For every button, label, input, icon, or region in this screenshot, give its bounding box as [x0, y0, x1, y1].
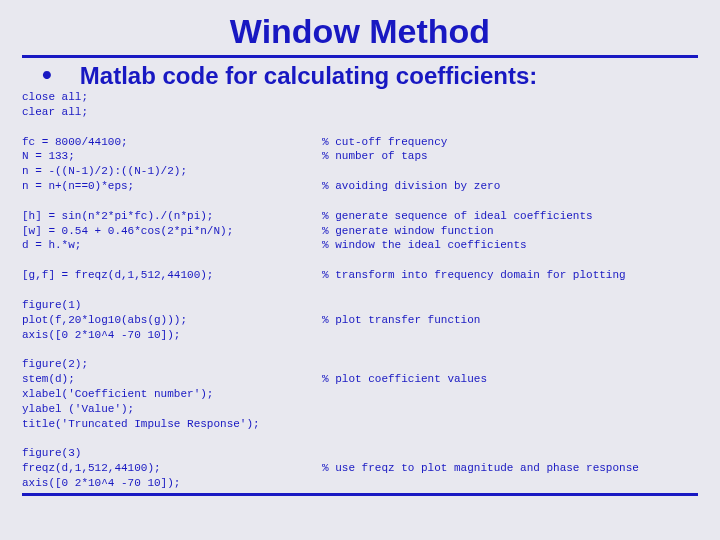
bottom-rule	[22, 493, 698, 496]
code-line: xlabel('Coefficient number');	[22, 387, 698, 402]
code-left: ylabel ('Value');	[22, 402, 322, 417]
code-left: stem(d);	[22, 372, 322, 387]
code-comment	[322, 417, 698, 432]
code-line: clear all;	[22, 105, 698, 120]
code-left: plot(f,20*log10(abs(g)));	[22, 313, 322, 328]
code-line: fc = 8000/44100;% cut-off frequency	[22, 135, 698, 150]
code-line: [w] = 0.54 + 0.46*cos(2*pi*n/N);% genera…	[22, 224, 698, 239]
code-line: close all;	[22, 90, 698, 105]
code-left	[22, 253, 322, 268]
code-left: [w] = 0.54 + 0.46*cos(2*pi*n/N);	[22, 224, 322, 239]
code-comment	[322, 446, 698, 461]
code-line: figure(2);	[22, 357, 698, 372]
code-comment	[322, 298, 698, 313]
code-left: freqz(d,1,512,44100);	[22, 461, 322, 476]
code-line: [g,f] = freqz(d,1,512,44100);% transform…	[22, 268, 698, 283]
code-left: figure(2);	[22, 357, 322, 372]
code-comment	[322, 431, 698, 446]
code-comment: % generate window function	[322, 224, 698, 239]
subtitle-text: Matlab code for calculating coefficients…	[80, 62, 537, 90]
code-comment	[322, 328, 698, 343]
code-line: [h] = sin(n*2*pi*fc)./(n*pi);% generate …	[22, 209, 698, 224]
code-comment	[322, 120, 698, 135]
code-line	[22, 342, 698, 357]
code-comment: % plot transfer function	[322, 313, 698, 328]
code-comment	[322, 402, 698, 417]
code-comment: % number of taps	[322, 149, 698, 164]
bullet-icon: •	[42, 63, 52, 87]
code-line: stem(d);% plot coefficient values	[22, 372, 698, 387]
code-line: n = -((N-1)/2):((N-1)/2);	[22, 164, 698, 179]
code-line: axis([0 2*10^4 -70 10]);	[22, 476, 698, 491]
slide-title: Window Method	[22, 12, 698, 51]
code-comment: % use freqz to plot magnitude and phase …	[322, 461, 698, 476]
code-left: clear all;	[22, 105, 322, 120]
code-left	[22, 431, 322, 446]
code-comment: % plot coefficient values	[322, 372, 698, 387]
code-left	[22, 342, 322, 357]
code-left: axis([0 2*10^4 -70 10]);	[22, 476, 322, 491]
title-rule	[22, 55, 698, 58]
code-comment	[322, 476, 698, 491]
code-comment	[322, 387, 698, 402]
code-left: d = h.*w;	[22, 238, 322, 253]
code-comment	[322, 342, 698, 357]
code-left	[22, 283, 322, 298]
code-line	[22, 120, 698, 135]
code-line	[22, 283, 698, 298]
code-line: d = h.*w;% window the ideal coefficients	[22, 238, 698, 253]
code-comment	[322, 90, 698, 105]
code-comment: % generate sequence of ideal coefficient…	[322, 209, 698, 224]
code-line: plot(f,20*log10(abs(g)));% plot transfer…	[22, 313, 698, 328]
code-line: title('Truncated Impulse Response');	[22, 417, 698, 432]
code-block: close all;clear all; fc = 8000/44100;% c…	[22, 90, 698, 491]
code-left: xlabel('Coefficient number');	[22, 387, 322, 402]
code-line	[22, 194, 698, 209]
code-left: n = n+(n==0)*eps;	[22, 179, 322, 194]
code-left: [g,f] = freqz(d,1,512,44100);	[22, 268, 322, 283]
code-left: figure(3)	[22, 446, 322, 461]
code-comment	[322, 357, 698, 372]
code-comment	[322, 105, 698, 120]
code-line: figure(3)	[22, 446, 698, 461]
code-comment: % cut-off frequency	[322, 135, 698, 150]
code-left: axis([0 2*10^4 -70 10]);	[22, 328, 322, 343]
code-left: title('Truncated Impulse Response');	[22, 417, 322, 432]
code-line: axis([0 2*10^4 -70 10]);	[22, 328, 698, 343]
subtitle-row: • Matlab code for calculating coefficien…	[42, 62, 698, 90]
code-left: n = -((N-1)/2):((N-1)/2);	[22, 164, 322, 179]
code-left: figure(1)	[22, 298, 322, 313]
code-comment	[322, 194, 698, 209]
code-comment	[322, 253, 698, 268]
code-comment: % avoiding division by zero	[322, 179, 698, 194]
code-line	[22, 431, 698, 446]
code-comment	[322, 283, 698, 298]
code-left: fc = 8000/44100;	[22, 135, 322, 150]
code-left: [h] = sin(n*2*pi*fc)./(n*pi);	[22, 209, 322, 224]
code-left: N = 133;	[22, 149, 322, 164]
code-line	[22, 253, 698, 268]
code-line: freqz(d,1,512,44100);% use freqz to plot…	[22, 461, 698, 476]
code-left	[22, 194, 322, 209]
code-left: close all;	[22, 90, 322, 105]
code-line: n = n+(n==0)*eps;% avoiding division by …	[22, 179, 698, 194]
code-comment: % transform into frequency domain for pl…	[322, 268, 698, 283]
code-comment	[322, 164, 698, 179]
code-line: figure(1)	[22, 298, 698, 313]
code-line: ylabel ('Value');	[22, 402, 698, 417]
code-line: N = 133;% number of taps	[22, 149, 698, 164]
code-comment: % window the ideal coefficients	[322, 238, 698, 253]
code-left	[22, 120, 322, 135]
